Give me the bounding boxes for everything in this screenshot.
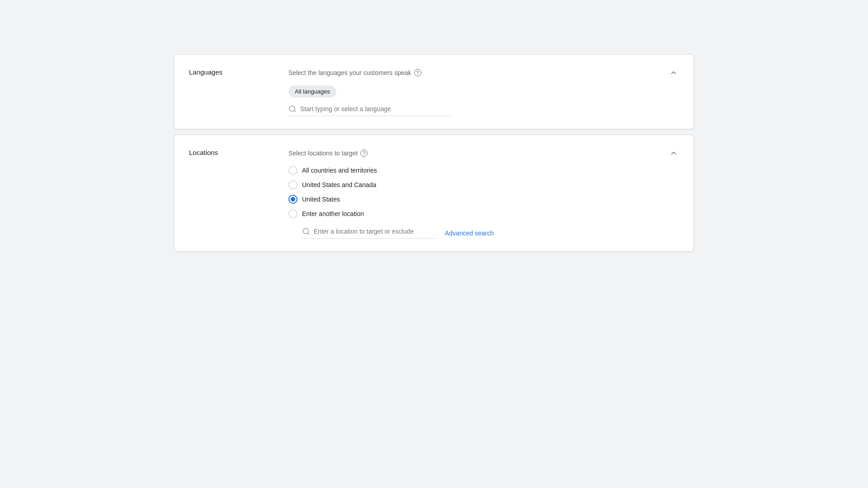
locations-help-icon[interactable]: ? bbox=[360, 150, 368, 157]
svg-line-3 bbox=[307, 233, 309, 234]
radio-label-us: United States bbox=[302, 196, 340, 203]
advanced-search-link[interactable]: Advanced search bbox=[445, 230, 494, 237]
location-search-row: Advanced search bbox=[288, 227, 679, 239]
radio-circle-us bbox=[288, 195, 297, 204]
all-languages-button[interactable]: All languages bbox=[288, 85, 336, 98]
radio-circle-us-canada bbox=[288, 180, 297, 189]
radio-circle-another bbox=[288, 209, 297, 218]
locations-card: Locations Select locations to target ? A… bbox=[174, 135, 694, 252]
locations-title-text: Select locations to target bbox=[288, 150, 358, 157]
main-container: Languages Select the languages your cust… bbox=[174, 54, 694, 252]
locations-collapse-icon[interactable] bbox=[668, 148, 679, 159]
radio-label-us-canada: United States and Canada bbox=[302, 181, 376, 188]
languages-body: All languages bbox=[288, 85, 679, 98]
languages-title: Select the languages your customers spea… bbox=[288, 69, 421, 76]
languages-title-text: Select the languages your customers spea… bbox=[288, 69, 411, 76]
languages-search-input[interactable] bbox=[300, 105, 451, 113]
locations-radio-group: All countries and territories United Sta… bbox=[288, 166, 679, 218]
locations-title: Select locations to target ? bbox=[288, 150, 368, 157]
svg-line-1 bbox=[294, 110, 295, 112]
radio-item-all-countries[interactable]: All countries and territories bbox=[288, 166, 679, 175]
radio-label-all-countries: All countries and territories bbox=[302, 167, 377, 174]
radio-label-another: Enter another location bbox=[302, 210, 364, 217]
languages-card: Languages Select the languages your cust… bbox=[174, 54, 694, 129]
radio-item-us-canada[interactable]: United States and Canada bbox=[288, 180, 679, 189]
languages-label: Languages bbox=[189, 67, 288, 76]
radio-item-another[interactable]: Enter another location bbox=[288, 209, 679, 218]
languages-search-field bbox=[288, 105, 451, 116]
languages-content: Select the languages your customers spea… bbox=[288, 67, 679, 116]
location-search-field bbox=[302, 227, 438, 239]
languages-help-icon[interactable]: ? bbox=[414, 69, 421, 76]
locations-header: Select locations to target ? bbox=[288, 148, 679, 159]
radio-circle-all-countries bbox=[288, 166, 297, 175]
location-search-icon bbox=[302, 227, 310, 235]
locations-content: Select locations to target ? All countri… bbox=[288, 148, 679, 239]
locations-label: Locations bbox=[189, 148, 288, 156]
radio-item-us[interactable]: United States bbox=[288, 195, 679, 204]
languages-header: Select the languages your customers spea… bbox=[288, 67, 679, 78]
languages-collapse-icon[interactable] bbox=[668, 67, 679, 78]
languages-search-icon bbox=[288, 105, 297, 113]
location-search-input[interactable] bbox=[314, 228, 438, 235]
